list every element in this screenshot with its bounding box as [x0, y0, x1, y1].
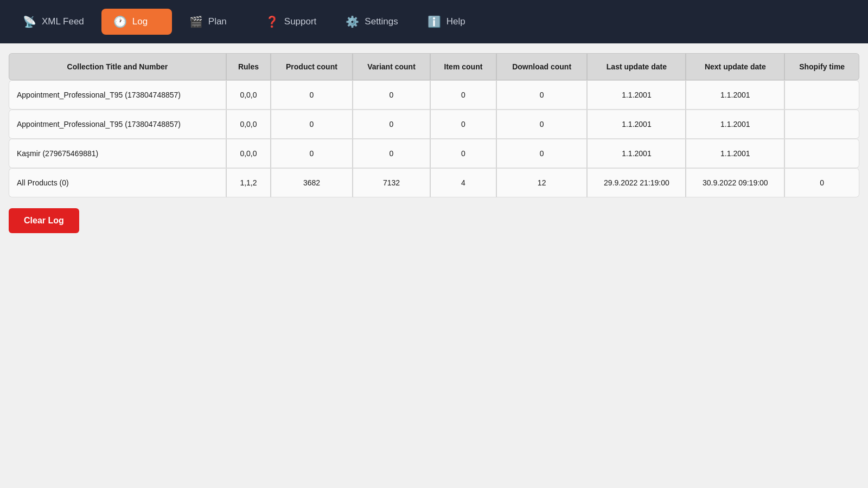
plan-label: Plan: [208, 16, 227, 27]
row-3-col-6: 29.9.2022 21:19:00: [587, 168, 686, 197]
col-header-download-count: Download count: [496, 53, 588, 80]
log-icon: 🕐: [113, 15, 127, 28]
table-header: Collection Title and NumberRulesProduct …: [9, 53, 859, 80]
row-0-col-1: 0,0,0: [226, 80, 271, 110]
header-row: Collection Title and NumberRulesProduct …: [9, 53, 859, 80]
row-2-col-5: 0: [496, 139, 588, 168]
nav-btn-plan[interactable]: 🎬Plan: [177, 9, 248, 35]
row-3-col-8: 0: [784, 168, 859, 197]
row-1-col-3: 0: [353, 110, 430, 139]
row-0-col-5: 0: [496, 80, 588, 110]
row-2-col-7: 1.1.2001: [686, 139, 784, 168]
row-1-col-5: 0: [496, 110, 588, 139]
col-header-collection-title: Collection Title and Number: [9, 53, 226, 80]
main-content: Collection Title and NumberRulesProduct …: [0, 43, 868, 243]
col-header-shopify-time: Shopify time: [784, 53, 859, 80]
log-table: Collection Title and NumberRulesProduct …: [9, 53, 859, 197]
row-0-col-6: 1.1.2001: [587, 80, 686, 110]
col-header-rules: Rules: [226, 53, 271, 80]
row-2-col-3: 0: [353, 139, 430, 168]
row-1-col-7: 1.1.2001: [686, 110, 784, 139]
table-row: Appointment_Professional_T95 (1738047488…: [9, 110, 859, 139]
xml-feed-icon: 📡: [23, 15, 36, 28]
row-3-col-7: 30.9.2022 09:19:00: [686, 168, 784, 197]
nav-btn-support[interactable]: ❓Support: [253, 9, 329, 35]
row-0-col-0: Appointment_Professional_T95 (1738047488…: [9, 80, 226, 110]
settings-icon: ⚙️: [346, 15, 359, 28]
navbar: 📡XML Feed🕐Log🎬Plan❓Support⚙️Settingsℹ️He…: [0, 0, 868, 43]
help-label: Help: [446, 16, 465, 27]
row-1-col-2: 0: [271, 110, 353, 139]
row-2-col-8: [784, 139, 859, 168]
nav-btn-settings[interactable]: ⚙️Settings: [334, 9, 410, 35]
nav-btn-log[interactable]: 🕐Log: [101, 9, 172, 35]
row-3-col-2: 3682: [271, 168, 353, 197]
settings-label: Settings: [365, 16, 398, 27]
row-0-col-7: 1.1.2001: [686, 80, 784, 110]
col-header-product-count: Product count: [271, 53, 353, 80]
row-1-col-1: 0,0,0: [226, 110, 271, 139]
col-header-next-update-date: Next update date: [686, 53, 784, 80]
row-1-col-4: 0: [430, 110, 496, 139]
row-2-col-2: 0: [271, 139, 353, 168]
nav-btn-help[interactable]: ℹ️Help: [416, 9, 486, 35]
table-body: Appointment_Professional_T95 (1738047488…: [9, 80, 859, 197]
clear-log-button[interactable]: Clear Log: [9, 208, 79, 233]
support-label: Support: [284, 16, 317, 27]
row-3-col-1: 1,1,2: [226, 168, 271, 197]
row-0-col-3: 0: [353, 80, 430, 110]
table-row: Kaşmir (279675469881)0,0,000001.1.20011.…: [9, 139, 859, 168]
row-1-col-8: [784, 110, 859, 139]
row-3-col-3: 7132: [353, 168, 430, 197]
help-icon: ℹ️: [427, 15, 441, 28]
col-header-variant-count: Variant count: [353, 53, 430, 80]
row-2-col-6: 1.1.2001: [587, 139, 686, 168]
table-row: Appointment_Professional_T95 (1738047488…: [9, 80, 859, 110]
row-1-col-0: Appointment_Professional_T95 (1738047488…: [9, 110, 226, 139]
nav-btn-xml-feed[interactable]: 📡XML Feed: [11, 9, 96, 35]
plan-icon: 🎬: [189, 15, 203, 28]
row-3-col-0: All Products (0): [9, 168, 226, 197]
row-2-col-0: Kaşmir (279675469881): [9, 139, 226, 168]
support-icon: ❓: [265, 15, 279, 28]
col-header-item-count: Item count: [430, 53, 496, 80]
row-3-col-4: 4: [430, 168, 496, 197]
col-header-last-update-date: Last update date: [587, 53, 686, 80]
log-label: Log: [132, 16, 148, 27]
row-1-col-6: 1.1.2001: [587, 110, 686, 139]
table-row: All Products (0)1,1,23682713241229.9.202…: [9, 168, 859, 197]
row-2-col-1: 0,0,0: [226, 139, 271, 168]
row-2-col-4: 0: [430, 139, 496, 168]
xml-feed-label: XML Feed: [42, 16, 84, 27]
row-0-col-8: [784, 80, 859, 110]
row-0-col-4: 0: [430, 80, 496, 110]
row-0-col-2: 0: [271, 80, 353, 110]
row-3-col-5: 12: [496, 168, 588, 197]
